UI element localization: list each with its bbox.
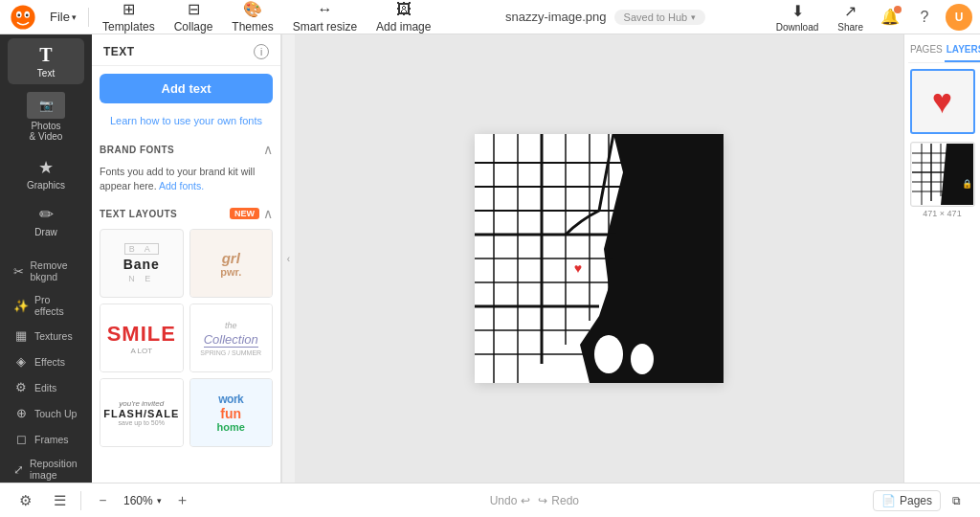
- undo-button[interactable]: Undo ↩: [490, 494, 531, 507]
- help-button[interactable]: ?: [911, 4, 938, 31]
- layers-icon[interactable]: ☰: [46, 487, 73, 514]
- sidebar-action-remove-bg[interactable]: ✂ Remove bkgnd: [8, 255, 84, 287]
- templates-icon: ⊞: [122, 0, 135, 18]
- svg-point-3: [17, 13, 20, 16]
- layer-thumb-map[interactable]: 🔒 471 × 471: [910, 142, 975, 220]
- nav-templates[interactable]: ⊞ Templates: [93, 0, 165, 37]
- right-panel: PAGES LAYERS ✕ ♥: [903, 34, 980, 483]
- user-avatar[interactable]: U: [946, 4, 972, 31]
- bane-line3: N E: [128, 274, 154, 283]
- add-image-icon: 🖼: [396, 1, 412, 18]
- layer-thumb-heart-image: ♥: [910, 69, 975, 134]
- edits-label: Edits: [34, 382, 56, 393]
- sidebar-item-graphics[interactable]: ★ Graphics: [8, 151, 84, 196]
- share-button[interactable]: ↗ Share: [832, 0, 869, 34]
- photos-video-icon: 📷: [27, 92, 65, 119]
- bane-design: B A Bane N E: [123, 243, 160, 283]
- brand-fonts-message: Fonts you add to your brand kit will app…: [100, 161, 273, 200]
- layout-card-bane[interactable]: B A Bane N E: [100, 229, 184, 298]
- bottom-separator-1: [80, 491, 81, 510]
- saved-chevron-icon: ▾: [691, 12, 696, 22]
- download-button[interactable]: ⬇ Download: [770, 0, 824, 34]
- pages-button[interactable]: 📄 Pages: [873, 490, 941, 511]
- touchup-label: Touch Up: [34, 408, 77, 419]
- canvas-area[interactable]: ♥: [295, 34, 903, 483]
- app-logo: [8, 2, 38, 33]
- fancy-line1: the: [225, 321, 237, 330]
- learn-fonts-link[interactable]: Learn how to use your own fonts: [100, 111, 273, 136]
- graphics-icon: ★: [38, 157, 54, 178]
- notification-dot: [894, 6, 902, 13]
- layout-card-smile[interactable]: SMILE A LOT: [100, 303, 184, 372]
- zoom-in-icon[interactable]: ＋: [169, 487, 196, 514]
- file-menu[interactable]: File ▾: [42, 6, 84, 28]
- brand-fonts-toggle[interactable]: ∧: [263, 142, 273, 157]
- bottom-bar: ⚙ ☰ － 160% ▾ ＋ Undo ↩ ↪ Redo 📄 Pages ⧉: [0, 483, 980, 517]
- file-label: File: [50, 10, 70, 24]
- notifications-button[interactable]: 🔔: [877, 4, 903, 31]
- brand-fonts-title: BRAND FONTS: [100, 145, 174, 155]
- sidebar-action-effects[interactable]: ◈ Effects: [8, 349, 84, 373]
- smart-resize-icon: ↔: [317, 1, 332, 18]
- layouts-grid: B A Bane N E grl pwr. SMI: [100, 225, 273, 447]
- separator: [88, 8, 89, 27]
- layer-thumb-heart-label: [910, 134, 975, 138]
- saved-badge[interactable]: Saved to Hub ▾: [614, 10, 706, 25]
- settings-icon[interactable]: ⚙: [11, 487, 38, 514]
- sidebar-action-textures[interactable]: ▦ Textures: [8, 324, 84, 348]
- effects-icon: ◈: [13, 354, 29, 369]
- svg-point-23: [631, 344, 654, 374]
- layout-card-work-fun-home[interactable]: work fun home: [189, 378, 274, 447]
- undo-arrow-icon: ↩: [521, 494, 530, 507]
- frames-label: Frames: [34, 434, 69, 445]
- redo-button[interactable]: ↪ Redo: [538, 494, 579, 507]
- nav-smart-resize-label: Smart resize: [293, 20, 357, 34]
- layout-inner-girl: grl pwr.: [190, 230, 273, 297]
- sidebar-item-text[interactable]: T Text: [8, 38, 84, 84]
- layout-card-fancy[interactable]: the Collection SPRING / SUMMER: [189, 303, 274, 372]
- top-right: ⬇ Download ↗ Share 🔔 ? U: [770, 0, 972, 34]
- layout-card-girl-pwr[interactable]: grl pwr.: [189, 229, 274, 298]
- pages-label: Pages: [900, 494, 932, 507]
- sidebar-item-draw[interactable]: ✏ Draw: [8, 198, 84, 243]
- layout-inner-work: work fun home: [190, 379, 273, 446]
- sidebar-action-frames[interactable]: ◻ Frames: [8, 427, 84, 451]
- smile-text: SMILE: [107, 322, 176, 347]
- zoom-out-icon[interactable]: －: [89, 487, 116, 514]
- panel-header: TEXT i: [92, 34, 280, 66]
- nav-add-image[interactable]: 🖼 Add image: [367, 0, 440, 37]
- text-icon: T: [39, 44, 52, 66]
- nav-smart-resize[interactable]: ↔ Smart resize: [283, 0, 367, 37]
- textures-label: Textures: [34, 330, 73, 342]
- flash-line1: you're invited: [119, 399, 164, 408]
- top-nav: ⊞ Templates ⊟ Collage 🎨 Themes ↔ Smart r…: [93, 0, 441, 37]
- pro-effects-label: Pro effects: [34, 294, 78, 317]
- effects-label: Effects: [34, 356, 65, 368]
- sidebar-action-touch-up[interactable]: ⊕ Touch Up: [8, 401, 84, 425]
- tab-layers[interactable]: LAYERS: [945, 38, 980, 62]
- layer-thumb-heart[interactable]: ♥: [910, 69, 975, 138]
- sidebar-action-edits[interactable]: ⚙ Edits: [8, 375, 84, 399]
- top-bar: File ▾ ⊞ Templates ⊟ Collage 🎨 Themes ↔ …: [0, 0, 980, 34]
- info-button[interactable]: i: [254, 44, 269, 59]
- filename: snazzy-image.png: [505, 10, 607, 24]
- sidebar-item-photos[interactable]: 📷 Photos& Video: [8, 86, 84, 147]
- add-text-button[interactable]: Add text: [100, 74, 273, 103]
- reposition-label: Reposition image: [30, 458, 78, 481]
- bane-line1: B A: [124, 243, 159, 255]
- tab-pages[interactable]: PAGES: [908, 38, 945, 62]
- nav-themes[interactable]: 🎨 Themes: [222, 0, 282, 37]
- saved-text: Saved to Hub: [624, 11, 688, 23]
- bottom-right: 📄 Pages ⧉: [873, 490, 969, 511]
- zoom-control[interactable]: 160% ▾: [123, 494, 162, 507]
- sidebar-action-reposition[interactable]: ⤢ Reposition image: [8, 453, 84, 485]
- text-layouts-toggle[interactable]: ∧: [263, 206, 273, 221]
- sidebar-action-pro-effects[interactable]: ✨ Pro effects: [8, 289, 84, 322]
- add-fonts-link[interactable]: Add fonts.: [159, 180, 204, 191]
- themes-icon: 🎨: [243, 0, 262, 18]
- nav-collage[interactable]: ⊟ Collage: [165, 0, 223, 37]
- layout-card-flash-sale[interactable]: you're invited FLASH/SALE save up to 50%: [100, 378, 184, 447]
- zoom-chevron-icon: ▾: [157, 496, 162, 506]
- panel-collapse-button[interactable]: ‹: [281, 34, 295, 483]
- layers-panel-button[interactable]: ⧉: [945, 491, 969, 510]
